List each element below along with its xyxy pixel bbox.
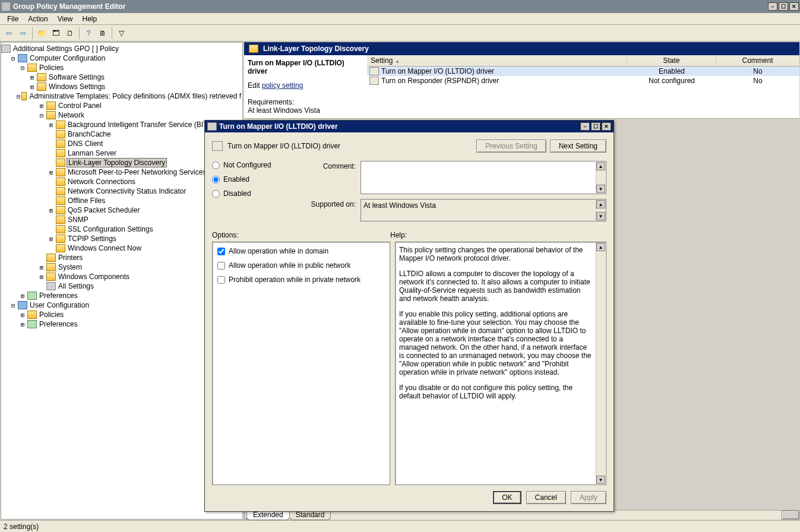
help-paragraph: If you enable this policy setting, addit… [399, 310, 593, 376]
folder-icon [249, 45, 258, 53]
scroll-down-icon[interactable]: ▼ [596, 476, 605, 484]
tree-item-label: Software Settings [48, 73, 106, 81]
expand-toggle[interactable]: ⊟ [8, 302, 18, 309]
col-comment[interactable]: Comment [716, 55, 799, 66]
scroll-right-button[interactable] [782, 511, 799, 520]
help-paragraph: LLTDIO allows a computer to discover the… [399, 270, 593, 303]
tree-item-label: User Configuration [29, 301, 90, 309]
back-icon[interactable]: ⇦ [2, 27, 15, 40]
expand-toggle[interactable]: ⊟ [16, 93, 21, 100]
scroll-up-icon[interactable]: ▲ [596, 162, 605, 170]
expand-toggle[interactable]: ⊞ [46, 169, 56, 176]
setting-comment: No [716, 77, 799, 85]
option-checkbox[interactable]: Prohibit operation while in private netw… [217, 276, 385, 284]
menu-bar: File Action View Help [0, 13, 800, 25]
pref-icon [27, 320, 37, 328]
folder-icon [46, 102, 56, 110]
maximize-button[interactable] [779, 2, 788, 11]
table-row[interactable]: Turn on Mapper I/O (LLTDIO) driverEnable… [367, 66, 799, 76]
menu-file[interactable]: File [2, 14, 23, 24]
tree-item-label: System [57, 263, 83, 271]
option-checkbox[interactable]: Allow operation while in public network [217, 261, 385, 270]
col-state[interactable]: State [627, 55, 716, 66]
expand-toggle[interactable]: ⊟ [37, 112, 46, 119]
option-checkbox[interactable]: Allow operation while in domain [217, 247, 385, 255]
folder-icon [27, 64, 37, 72]
tree-item-label: SSL Configuration Settings [67, 225, 154, 233]
menu-action[interactable]: Action [23, 14, 52, 24]
expand-toggle[interactable]: ⊞ [27, 74, 37, 81]
radio-disabled[interactable]: Disabled [212, 189, 289, 198]
cancel-button[interactable]: Cancel [526, 491, 566, 504]
ok-button[interactable]: OK [493, 491, 521, 504]
folder-icon [56, 140, 65, 148]
expand-toggle[interactable]: ⊞ [37, 264, 46, 271]
scroll-up-icon[interactable]: ▲ [596, 243, 605, 251]
expand-toggle[interactable]: ⊟ [18, 65, 27, 71]
minimize-button[interactable] [768, 2, 777, 11]
expand-toggle[interactable]: ⊞ [37, 103, 46, 109]
radio-enabled[interactable]: Enabled [212, 175, 289, 183]
tree-item[interactable]: ⊞Software Settings [1, 72, 242, 82]
tree-item-label: Control Panel [57, 102, 103, 110]
comp-icon [18, 54, 27, 62]
menu-help[interactable]: Help [78, 14, 102, 24]
next-setting-button[interactable]: Next Setting [550, 140, 606, 153]
dialog-icon [207, 122, 217, 131]
forward-icon[interactable]: ⇨ [17, 27, 30, 40]
app-icon [1, 2, 11, 11]
folder-icon [56, 225, 65, 233]
dialog-minimize-button[interactable] [580, 122, 590, 131]
tree-item[interactable]: ⊟Network [1, 110, 242, 120]
tree-item-label: QoS Packet Scheduler [67, 206, 141, 214]
expand-toggle[interactable]: ⊟ [8, 55, 18, 62]
folder-icon [56, 206, 65, 214]
apply-button[interactable]: Apply [571, 491, 606, 504]
edit-policy-link[interactable]: policy setting [262, 81, 303, 90]
tree-root[interactable]: Additional Settings GPO [ ] Policy [1, 44, 242, 53]
tree-item[interactable]: ⊟Policies [1, 63, 242, 72]
pref-icon [27, 292, 37, 300]
help-label: Help: [390, 231, 407, 239]
properties-icon[interactable]: 🗋 [64, 27, 77, 40]
expand-toggle[interactable]: ⊞ [18, 312, 27, 318]
tree-item-label: Preferences [38, 292, 79, 300]
tree-item-label: Policies [38, 64, 65, 72]
dialog-close-button[interactable] [602, 122, 611, 131]
setting-state: Not configured [627, 77, 716, 85]
tree-item-label: Computer Configuration [29, 54, 106, 62]
tree-item[interactable]: ⊟Computer Configuration [1, 53, 242, 63]
expand-toggle[interactable]: ⊞ [37, 274, 46, 280]
export-icon[interactable]: 🗎 [96, 27, 109, 40]
options-pane: Allow operation while in domain Allow op… [212, 242, 390, 485]
table-row[interactable]: Turn on Responder (RSPNDR) driverNot con… [367, 76, 799, 86]
scroll-down-icon[interactable]: ▼ [596, 185, 605, 193]
show-hide-icon[interactable]: 🗔 [49, 27, 62, 40]
up-icon[interactable]: 📁 [35, 27, 48, 40]
comment-textarea[interactable]: ▲▼ [361, 161, 606, 194]
menu-view[interactable]: View [53, 14, 78, 24]
close-button[interactable] [789, 2, 799, 11]
expand-toggle[interactable]: ⊞ [18, 321, 27, 328]
tree-item[interactable]: ⊟Administrative Templates: Policy defini… [1, 91, 242, 101]
expand-toggle[interactable]: ⊞ [46, 207, 56, 214]
tree-item-label: SNMP [67, 216, 90, 224]
expand-toggle[interactable]: ⊞ [46, 122, 56, 128]
radio-not-configured[interactable]: Not Configured [212, 161, 289, 169]
folder-icon [46, 273, 56, 281]
folder-icon [37, 73, 46, 81]
col-setting[interactable]: Setting ▲ [367, 55, 627, 66]
expand-toggle[interactable]: ⊞ [18, 293, 27, 299]
tree-item-label: BranchCache [67, 130, 112, 138]
tree-item[interactable]: ⊞Windows Settings [1, 82, 242, 91]
expand-toggle[interactable]: ⊞ [27, 84, 37, 90]
expand-toggle[interactable]: ⊞ [46, 236, 56, 242]
dialog-maximize-button[interactable] [591, 122, 600, 131]
previous-setting-button[interactable]: Previous Setting [476, 140, 546, 153]
filter-icon[interactable]: ▽ [115, 27, 128, 40]
settings-table: Setting ▲ State Comment Turn on Mapper I… [367, 55, 799, 118]
tree-item[interactable]: ⊞Control Panel [1, 101, 242, 110]
help-icon[interactable]: ? [82, 27, 95, 40]
toolbar-separator [79, 27, 80, 39]
folder-icon [46, 263, 56, 271]
